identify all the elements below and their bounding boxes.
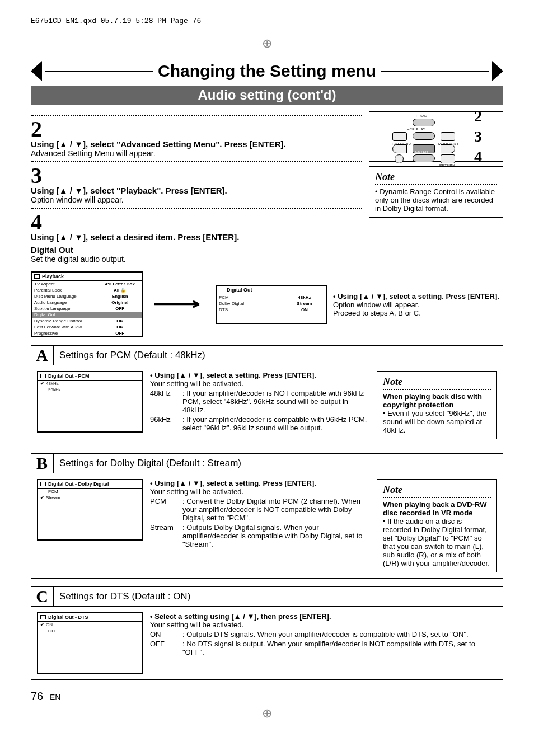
- setting-key: OFF: [150, 640, 179, 656]
- osd-item: PCM: [38, 489, 142, 495]
- section-letter-a: A: [31, 346, 54, 365]
- section-a-activated: Your setting will be activated.: [150, 379, 370, 388]
- step-4-subnote: Set the digital audio output.: [31, 255, 362, 264]
- osd-item: DTS: [217, 307, 283, 313]
- cropmark-icon: ⊕: [31, 36, 503, 51]
- osd-item: Disc Menu Language: [32, 293, 98, 299]
- osd-dolby-title: Digital Out - Dolby Digital: [48, 481, 109, 487]
- digitalout-result-1: Option window will appear.: [333, 300, 503, 309]
- osd-value: 48kHz: [283, 294, 326, 300]
- title-banner: Changing the Setting menu: [31, 61, 503, 81]
- setting-value: : If your amplifier/decoder is compatibl…: [182, 415, 370, 432]
- section-b: B Settings for Dolby Digital (Default : …: [31, 453, 503, 579]
- cropmark-icon: ⊕: [31, 706, 503, 721]
- remote-button-dpad-down: [413, 154, 435, 162]
- note-box-drc: Note • Dynamic Range Control is availabl…: [369, 166, 503, 218]
- step-3-instruction: Using [▲ / ▼], select "Playback". Press …: [31, 186, 362, 195]
- remote-button-left: [392, 144, 407, 153]
- osd-item: Dynamic Range Control: [32, 318, 98, 324]
- osd-value: OFF: [98, 330, 142, 336]
- osd-pcm-panel: Digital Out - PCM ✔48kHz 96kHz: [37, 371, 143, 433]
- check-icon: ✔: [40, 622, 44, 627]
- divider: [381, 71, 489, 72]
- section-b-lead: • Using [▲ / ▼], select a setting. Press…: [150, 479, 370, 487]
- note-body: • Dynamic Range Control is available onl…: [375, 187, 497, 213]
- section-b-activated: Your setting will be activated.: [150, 487, 370, 496]
- osd-digitalout-title: Digital Out: [227, 287, 252, 293]
- step-4-instruction: Using [▲ / ▼], select a desired item. Pr…: [31, 232, 362, 242]
- note-box-b: Note When playing back a DVD-RW disc rec…: [377, 479, 497, 572]
- osd-item: ON: [46, 622, 53, 627]
- note-body: • If the audio on a disc is recorded in …: [383, 517, 491, 567]
- osd-item-selected: Digital Out: [32, 312, 98, 318]
- remote-callout-4: 4: [474, 148, 482, 166]
- chevron-right-icon: [492, 61, 503, 81]
- note-body: • Even if you select "96kHz", the sound …: [383, 409, 491, 434]
- osd-pcm-title: Digital Out - PCM: [48, 373, 90, 379]
- section-c-activated: Your setting will be activated.: [150, 621, 497, 629]
- file-path-header: E6751CD_EN1.qxd 05.7.19 5:28 PM Page 76: [31, 17, 503, 25]
- remote-button-prog: [413, 119, 435, 126]
- section-b-title: Settings for Dolby Digital (Default : St…: [54, 454, 503, 473]
- digitalout-result-2: Proceed to steps A, B or C.: [333, 309, 503, 317]
- section-c: C Settings for DTS (Default : ON) Digita…: [31, 586, 503, 680]
- remote-button-extra: [395, 154, 404, 163]
- section-letter-c: C: [31, 587, 54, 606]
- remote-label-enter: ENTER: [413, 150, 428, 153]
- note-heading: When playing back a DVD-RW disc recorded…: [383, 500, 491, 517]
- osd-item: Dolby Digital: [217, 300, 283, 307]
- osd-item: Progressive: [32, 330, 98, 336]
- divider: [31, 208, 362, 209]
- setting-value: : If your amplifier/decoder is NOT compa…: [182, 389, 370, 414]
- setting-key: Stream: [150, 523, 179, 548]
- check-icon: ✔: [40, 495, 44, 500]
- remote-button-right: [441, 144, 455, 153]
- remote-button-topmenu: [392, 132, 407, 141]
- osd-dts-panel: Digital Out - DTS ✔ON OFF: [37, 612, 143, 674]
- note-title: Note: [383, 484, 491, 496]
- remote-label-return: RETURN: [439, 163, 455, 167]
- osd-value: 4:3 Letter Box: [98, 281, 142, 287]
- remote-diagram: PROG VCR PLAY TOP MENU MODE/LIST ENTER R…: [369, 111, 503, 162]
- section-c-title: Settings for DTS (Default : ON): [54, 587, 503, 606]
- note-box-a: Note When playing back disc with copyrig…: [377, 371, 497, 439]
- section-letter-b: B: [31, 454, 54, 473]
- section-a-lead: • Using [▲ / ▼], select a setting. Press…: [150, 371, 370, 379]
- note-heading: When playing back disc with copyright pr…: [383, 392, 491, 409]
- note-title: Note: [375, 171, 497, 183]
- remote-button-enter: ENTER: [413, 144, 435, 153]
- page-number: 76: [31, 690, 43, 702]
- osd-value: ON: [98, 324, 142, 330]
- remote-callout-2: 2: [474, 107, 482, 125]
- divider: [45, 71, 153, 72]
- tv-icon: [40, 374, 46, 378]
- osd-value: Original: [98, 299, 142, 306]
- osd-value: English: [98, 293, 142, 299]
- osd-dts-title: Digital Out - DTS: [48, 614, 88, 620]
- osd-item: TV Aspect: [32, 281, 98, 287]
- remote-button-dpad-up: [413, 132, 435, 140]
- divider: [31, 115, 362, 116]
- setting-value: : Outputs Dolby Digital signals. When yo…: [182, 523, 370, 548]
- step-number-4: 4: [31, 212, 362, 232]
- osd-dolby-panel: Digital Out - Dolby Digital PCM ✔Stream: [37, 479, 143, 541]
- section-subtitle: Audio setting (cont'd): [31, 86, 503, 105]
- setting-key: ON: [150, 630, 179, 638]
- section-a: A Settings for PCM (Default : 48kHz) Dig…: [31, 345, 503, 445]
- osd-playback-panel: Playback TV Aspect4:3 Letter Box Parenta…: [31, 271, 143, 337]
- step-number-2: 2: [31, 119, 362, 139]
- osd-item: Stream: [46, 495, 60, 500]
- osd-item: 48kHz: [46, 381, 59, 386]
- osd-value: OFF: [98, 306, 142, 312]
- step-3-result: Option window will appear.: [31, 195, 362, 204]
- osd-item: Subtitle Language: [32, 306, 98, 312]
- remote-button-modelist: [441, 132, 455, 141]
- setting-key: PCM: [150, 497, 179, 522]
- divider: [383, 389, 491, 390]
- setting-value: : No DTS signal is output. When your amp…: [182, 640, 497, 656]
- step-2-instruction: Using [▲ / ▼], select "Advanced Setting …: [31, 139, 362, 149]
- osd-item: Audio Language: [32, 299, 98, 306]
- osd-item: 96kHz: [38, 387, 142, 393]
- digitalout-instruction: • Using [▲ / ▼], select a setting. Press…: [333, 292, 503, 300]
- tv-icon: [40, 482, 46, 486]
